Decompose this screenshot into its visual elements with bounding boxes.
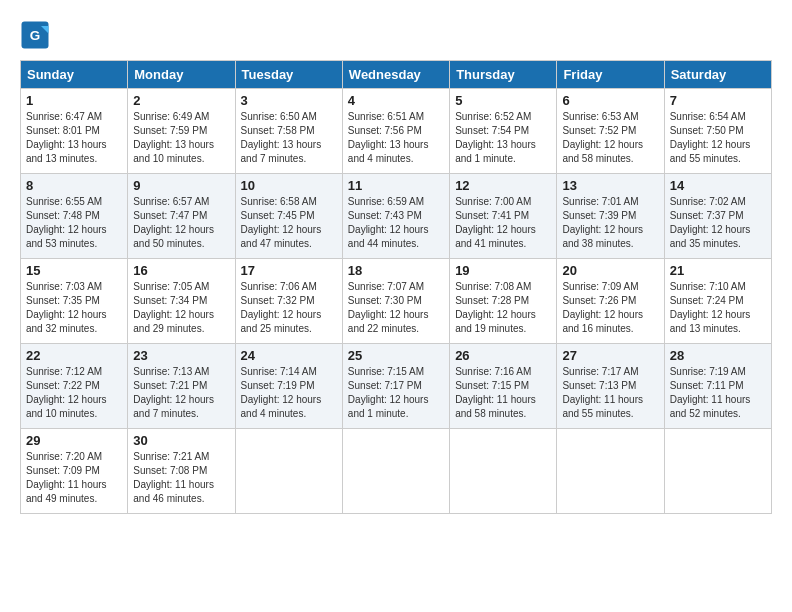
calendar-cell: 6Sunrise: 6:53 AMSunset: 7:52 PMDaylight… (557, 89, 664, 174)
calendar-cell: 3Sunrise: 6:50 AMSunset: 7:58 PMDaylight… (235, 89, 342, 174)
calendar-week-row: 15Sunrise: 7:03 AMSunset: 7:35 PMDayligh… (21, 259, 772, 344)
day-info: Sunrise: 7:12 AMSunset: 7:22 PMDaylight:… (26, 365, 122, 421)
day-info: Sunrise: 7:02 AMSunset: 7:37 PMDaylight:… (670, 195, 766, 251)
calendar-cell: 22Sunrise: 7:12 AMSunset: 7:22 PMDayligh… (21, 344, 128, 429)
day-info: Sunrise: 6:54 AMSunset: 7:50 PMDaylight:… (670, 110, 766, 166)
calendar-cell: 11Sunrise: 6:59 AMSunset: 7:43 PMDayligh… (342, 174, 449, 259)
logo-icon: G (20, 20, 50, 50)
page-header: G (20, 20, 772, 50)
day-info: Sunrise: 6:57 AMSunset: 7:47 PMDaylight:… (133, 195, 229, 251)
calendar-cell: 19Sunrise: 7:08 AMSunset: 7:28 PMDayligh… (450, 259, 557, 344)
day-number: 16 (133, 263, 229, 278)
day-number: 24 (241, 348, 337, 363)
day-number: 4 (348, 93, 444, 108)
day-number: 22 (26, 348, 122, 363)
day-number: 26 (455, 348, 551, 363)
day-info: Sunrise: 7:14 AMSunset: 7:19 PMDaylight:… (241, 365, 337, 421)
day-info: Sunrise: 7:08 AMSunset: 7:28 PMDaylight:… (455, 280, 551, 336)
day-info: Sunrise: 6:58 AMSunset: 7:45 PMDaylight:… (241, 195, 337, 251)
day-number: 8 (26, 178, 122, 193)
day-number: 28 (670, 348, 766, 363)
day-info: Sunrise: 6:51 AMSunset: 7:56 PMDaylight:… (348, 110, 444, 166)
calendar-week-row: 8Sunrise: 6:55 AMSunset: 7:48 PMDaylight… (21, 174, 772, 259)
day-info: Sunrise: 7:10 AMSunset: 7:24 PMDaylight:… (670, 280, 766, 336)
day-info: Sunrise: 7:06 AMSunset: 7:32 PMDaylight:… (241, 280, 337, 336)
day-number: 9 (133, 178, 229, 193)
day-info: Sunrise: 7:17 AMSunset: 7:13 PMDaylight:… (562, 365, 658, 421)
calendar-cell: 27Sunrise: 7:17 AMSunset: 7:13 PMDayligh… (557, 344, 664, 429)
calendar-week-row: 29Sunrise: 7:20 AMSunset: 7:09 PMDayligh… (21, 429, 772, 514)
day-info: Sunrise: 7:21 AMSunset: 7:08 PMDaylight:… (133, 450, 229, 506)
calendar-cell: 13Sunrise: 7:01 AMSunset: 7:39 PMDayligh… (557, 174, 664, 259)
calendar-cell: 2Sunrise: 6:49 AMSunset: 7:59 PMDaylight… (128, 89, 235, 174)
header-monday: Monday (128, 61, 235, 89)
day-info: Sunrise: 6:52 AMSunset: 7:54 PMDaylight:… (455, 110, 551, 166)
logo: G (20, 20, 54, 50)
day-info: Sunrise: 7:19 AMSunset: 7:11 PMDaylight:… (670, 365, 766, 421)
calendar-week-row: 22Sunrise: 7:12 AMSunset: 7:22 PMDayligh… (21, 344, 772, 429)
day-info: Sunrise: 7:16 AMSunset: 7:15 PMDaylight:… (455, 365, 551, 421)
day-info: Sunrise: 7:13 AMSunset: 7:21 PMDaylight:… (133, 365, 229, 421)
calendar-cell: 21Sunrise: 7:10 AMSunset: 7:24 PMDayligh… (664, 259, 771, 344)
calendar-cell: 9Sunrise: 6:57 AMSunset: 7:47 PMDaylight… (128, 174, 235, 259)
calendar-cell: 17Sunrise: 7:06 AMSunset: 7:32 PMDayligh… (235, 259, 342, 344)
day-number: 20 (562, 263, 658, 278)
calendar-cell: 8Sunrise: 6:55 AMSunset: 7:48 PMDaylight… (21, 174, 128, 259)
calendar-cell: 30Sunrise: 7:21 AMSunset: 7:08 PMDayligh… (128, 429, 235, 514)
header-saturday: Saturday (664, 61, 771, 89)
day-number: 7 (670, 93, 766, 108)
day-info: Sunrise: 6:47 AMSunset: 8:01 PMDaylight:… (26, 110, 122, 166)
day-info: Sunrise: 7:00 AMSunset: 7:41 PMDaylight:… (455, 195, 551, 251)
day-info: Sunrise: 7:07 AMSunset: 7:30 PMDaylight:… (348, 280, 444, 336)
header-tuesday: Tuesday (235, 61, 342, 89)
calendar-cell: 18Sunrise: 7:07 AMSunset: 7:30 PMDayligh… (342, 259, 449, 344)
header-wednesday: Wednesday (342, 61, 449, 89)
day-number: 2 (133, 93, 229, 108)
calendar-table: Sunday Monday Tuesday Wednesday Thursday… (20, 60, 772, 514)
calendar-cell: 24Sunrise: 7:14 AMSunset: 7:19 PMDayligh… (235, 344, 342, 429)
calendar-cell: 14Sunrise: 7:02 AMSunset: 7:37 PMDayligh… (664, 174, 771, 259)
calendar-cell: 4Sunrise: 6:51 AMSunset: 7:56 PMDaylight… (342, 89, 449, 174)
day-number: 21 (670, 263, 766, 278)
header-sunday: Sunday (21, 61, 128, 89)
weekday-header-row: Sunday Monday Tuesday Wednesday Thursday… (21, 61, 772, 89)
calendar-cell: 10Sunrise: 6:58 AMSunset: 7:45 PMDayligh… (235, 174, 342, 259)
day-info: Sunrise: 7:09 AMSunset: 7:26 PMDaylight:… (562, 280, 658, 336)
day-info: Sunrise: 6:55 AMSunset: 7:48 PMDaylight:… (26, 195, 122, 251)
calendar-cell: 1Sunrise: 6:47 AMSunset: 8:01 PMDaylight… (21, 89, 128, 174)
day-number: 23 (133, 348, 229, 363)
calendar-cell (557, 429, 664, 514)
header-thursday: Thursday (450, 61, 557, 89)
day-info: Sunrise: 7:05 AMSunset: 7:34 PMDaylight:… (133, 280, 229, 336)
calendar-cell (450, 429, 557, 514)
day-number: 14 (670, 178, 766, 193)
calendar-cell: 5Sunrise: 6:52 AMSunset: 7:54 PMDaylight… (450, 89, 557, 174)
calendar-cell: 16Sunrise: 7:05 AMSunset: 7:34 PMDayligh… (128, 259, 235, 344)
day-number: 29 (26, 433, 122, 448)
day-number: 13 (562, 178, 658, 193)
calendar-cell: 23Sunrise: 7:13 AMSunset: 7:21 PMDayligh… (128, 344, 235, 429)
calendar-cell: 12Sunrise: 7:00 AMSunset: 7:41 PMDayligh… (450, 174, 557, 259)
day-number: 12 (455, 178, 551, 193)
day-info: Sunrise: 7:03 AMSunset: 7:35 PMDaylight:… (26, 280, 122, 336)
day-info: Sunrise: 7:15 AMSunset: 7:17 PMDaylight:… (348, 365, 444, 421)
day-info: Sunrise: 6:49 AMSunset: 7:59 PMDaylight:… (133, 110, 229, 166)
day-number: 27 (562, 348, 658, 363)
day-info: Sunrise: 6:59 AMSunset: 7:43 PMDaylight:… (348, 195, 444, 251)
day-number: 11 (348, 178, 444, 193)
day-number: 5 (455, 93, 551, 108)
calendar-cell: 20Sunrise: 7:09 AMSunset: 7:26 PMDayligh… (557, 259, 664, 344)
day-number: 10 (241, 178, 337, 193)
day-number: 19 (455, 263, 551, 278)
calendar-cell: 29Sunrise: 7:20 AMSunset: 7:09 PMDayligh… (21, 429, 128, 514)
svg-text:G: G (30, 28, 41, 43)
calendar-cell: 7Sunrise: 6:54 AMSunset: 7:50 PMDaylight… (664, 89, 771, 174)
day-number: 17 (241, 263, 337, 278)
day-number: 25 (348, 348, 444, 363)
header-friday: Friday (557, 61, 664, 89)
day-info: Sunrise: 7:01 AMSunset: 7:39 PMDaylight:… (562, 195, 658, 251)
calendar-cell: 25Sunrise: 7:15 AMSunset: 7:17 PMDayligh… (342, 344, 449, 429)
day-number: 18 (348, 263, 444, 278)
day-number: 30 (133, 433, 229, 448)
calendar-cell: 28Sunrise: 7:19 AMSunset: 7:11 PMDayligh… (664, 344, 771, 429)
